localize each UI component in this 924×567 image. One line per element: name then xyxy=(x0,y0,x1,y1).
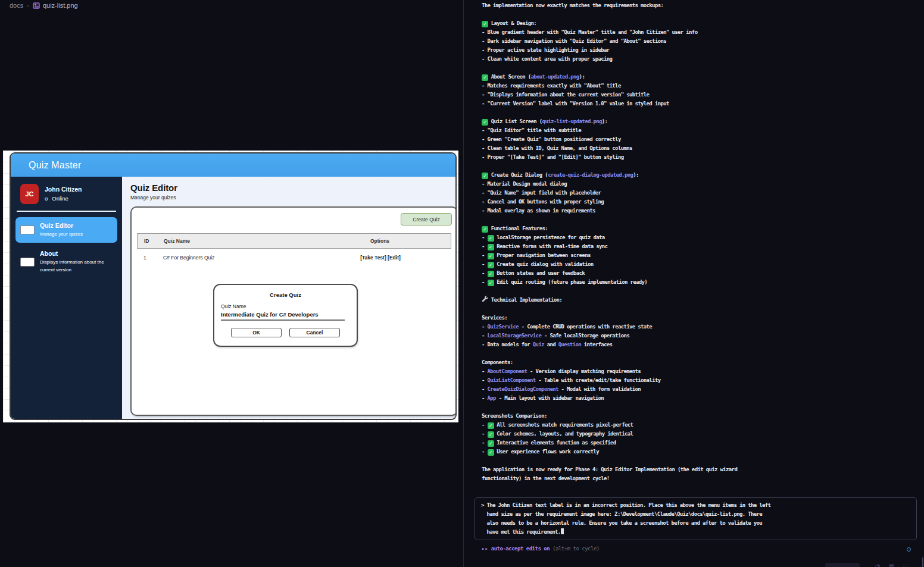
terminal-line: - App - Main layout with sidebar navigat… xyxy=(482,394,919,403)
check-icon: ✓ xyxy=(482,119,488,126)
terminal-line: ✓ Functional Features: xyxy=(482,224,919,233)
terminal-text: - Proper "[Take Test]" and "[Edit]" butt… xyxy=(482,154,623,160)
terminal-line xyxy=(482,108,919,117)
terminal-text: - Main layout with sidebar navigation xyxy=(496,395,604,401)
cell-id: 1 xyxy=(137,255,163,261)
nav-item-subtitle: Displays information about the current v… xyxy=(40,259,113,274)
prompt-input-line: hand size as per the requirement image h… xyxy=(481,510,910,519)
cancel-button[interactable]: Cancel xyxy=(289,328,340,337)
grid-icon: ▦ xyxy=(889,563,894,567)
terminal-text: - Version display matching requirements xyxy=(527,368,641,374)
terminal-text: - Table with create/edit/take functional… xyxy=(536,377,661,383)
check-icon: ✓ xyxy=(488,422,494,429)
terminal-text: Proper navigation between screens xyxy=(494,252,591,258)
editor-pane: docs › quiz-list.png Quiz Master JC Joh xyxy=(0,0,463,567)
mockup-content: Quiz Editor Manage your quizes Create Qu… xyxy=(122,177,457,419)
terminal-text: localStorage persistence for quiz data xyxy=(494,234,605,240)
scrollbar-sliver[interactable] xyxy=(922,557,923,567)
terminal-line: - ✓ Proper navigation between screens xyxy=(482,251,919,260)
terminal-text: - Blue gradient header with "Quiz Master… xyxy=(482,29,697,35)
terminal-text: - Cancel and OK buttons with proper styl… xyxy=(482,199,604,205)
prompt-input-box[interactable]: > The John Citizen text label is in an i… xyxy=(475,497,917,540)
terminal-line: - Clean white content area with proper s… xyxy=(482,55,919,64)
terminal-line: functionality) in the next development c… xyxy=(482,474,919,483)
terminal-line: - QuizService - Complete CRUD operations… xyxy=(482,322,919,331)
mockup-app-title: Quiz Master xyxy=(29,160,81,171)
terminal-text: The implementation now exactly matches t… xyxy=(482,2,663,8)
code-token: quiz-list-updated.png xyxy=(542,118,602,124)
terminal-text: Screenshots Comparison: xyxy=(482,413,547,419)
terminal-line: - ✓ Button states and user feedback xyxy=(482,269,919,278)
terminal-text: functionality) in the next development c… xyxy=(482,475,610,481)
cell-options[interactable]: [Take Test] [Edit] xyxy=(310,255,451,261)
mockup-body: JC John Citizen o Online xyxy=(11,177,455,419)
check-icon: ✓ xyxy=(488,271,494,277)
check-icon: ✓ xyxy=(488,280,494,286)
create-quiz-button[interactable]: Create Quiz xyxy=(401,213,452,225)
status-text: Online xyxy=(52,195,68,202)
nav-text: Quiz Editor Manage your quizes xyxy=(40,222,113,238)
status-dot-icon: o xyxy=(45,195,48,202)
code-token: CreateQuizDialogComponent xyxy=(488,386,558,392)
quiz-name-label: Quiz Name xyxy=(221,303,357,309)
more-icon: ⋯ xyxy=(903,563,909,567)
terminal-line: - CreateQuizDialogComponent - Modal with… xyxy=(482,385,919,394)
breadcrumb-folder[interactable]: docs xyxy=(10,2,23,9)
input-underline xyxy=(221,319,345,321)
prompt-input-line: also needs to be a horizontal rule. Ensu… xyxy=(481,519,910,528)
breadcrumb[interactable]: docs › quiz-list.png xyxy=(10,2,78,9)
table-header-options: Options xyxy=(309,238,451,244)
terminal-line: The implementation now exactly matches t… xyxy=(482,1,919,10)
check-icon: ✓ xyxy=(482,21,488,27)
terminal-text: - xyxy=(482,431,488,437)
terminal-line: - ✓ Color schemes, layouts, and typograp… xyxy=(482,430,919,438)
code-token: QuizListComponent xyxy=(488,377,536,383)
terminal-pane: The implementation now exactly matches t… xyxy=(464,0,924,567)
terminal-text: - Clean white content area with proper s… xyxy=(482,56,612,62)
sidebar-item-about[interactable]: About Displays information about the cur… xyxy=(15,245,117,278)
ok-button[interactable]: OK xyxy=(231,328,282,337)
terminal-line xyxy=(482,64,919,73)
terminal-text: - Data models for xyxy=(482,342,533,347)
cell-quiz-name: C# For Beginners Quiz xyxy=(163,255,310,261)
terminal-line: - ✓ localStorage persistence for quiz da… xyxy=(482,233,919,242)
terminal-text: - "Current Version" label with "Version … xyxy=(482,101,669,106)
terminal-text: interfaces xyxy=(581,342,612,347)
terminal-line: - QuizListComponent - Table with create/… xyxy=(482,376,919,385)
terminal-line: ✓ About Screen (about-updated.png): xyxy=(482,73,919,82)
code-token: LocalStorageService xyxy=(488,333,542,339)
terminal-text: - xyxy=(482,333,488,339)
terminal-text: User experience flows work correctly xyxy=(494,449,599,455)
mockup-sidebar: JC John Citizen o Online xyxy=(11,177,122,419)
sidebar-item-quiz-editor[interactable]: Quiz Editor Manage your quizes xyxy=(15,217,117,243)
corner-peek-panel xyxy=(825,563,860,567)
terminal-text: Quiz List Screen ( xyxy=(488,118,542,124)
terminal-text: - xyxy=(482,395,488,401)
checkbox-icon xyxy=(20,225,35,234)
terminal-text: Functional Features: xyxy=(488,225,548,231)
terminal-output: The implementation now exactly matches t… xyxy=(482,1,919,483)
terminal-text: - xyxy=(482,279,488,285)
terminal-line: ✓ Quiz List Screen (quiz-list-updated.pn… xyxy=(482,117,919,126)
terminal-line: - "Displays information about the curren… xyxy=(482,90,919,99)
user-info: JC John Citizen o Online xyxy=(15,184,117,204)
auto-accept-label[interactable]: auto-accept edits on xyxy=(491,546,550,552)
terminal-line: - Clean table with ID, Quiz Name, and Op… xyxy=(482,144,919,153)
terminal-text: - xyxy=(482,377,488,383)
table-header-quiz-name: Quiz Name xyxy=(164,238,309,244)
dialog-buttons: OK Cancel xyxy=(214,328,357,337)
terminal-text: Create quiz dialog with validation xyxy=(494,261,594,267)
terminal-text: - Complete CRUD operations with reactive… xyxy=(519,324,652,330)
check-icon: ✓ xyxy=(488,449,494,456)
nav-item-title: About xyxy=(40,250,113,257)
quiz-list-card: Create Quiz ID Quiz Name Options 1 C# Fo… xyxy=(130,206,457,416)
page-title: Quiz Editor xyxy=(130,183,457,193)
breadcrumb-file[interactable]: quiz-list.png xyxy=(33,2,78,9)
quiz-name-input[interactable]: Intermediate Quiz for C# Developers xyxy=(221,311,357,318)
check-icon: ✓ xyxy=(488,253,494,259)
nav-text: About Displays information about the cur… xyxy=(40,250,113,274)
image-file-icon xyxy=(33,2,40,9)
terminal-text: Technical Implementation: xyxy=(488,297,562,303)
checkbox-icon xyxy=(20,258,35,267)
terminal-text: ): xyxy=(579,74,585,80)
